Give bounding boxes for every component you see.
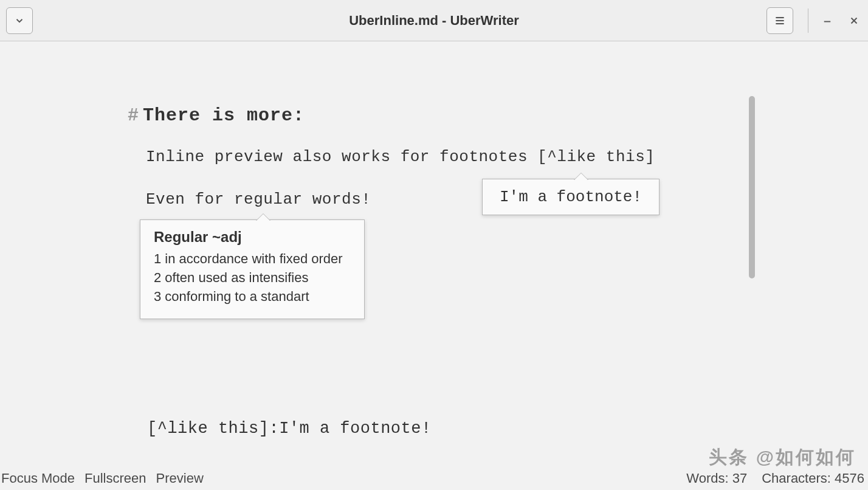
chars-label: Characters: [762,471,831,486]
dropdown-button[interactable] [6,7,33,34]
words-value: 37 [732,471,747,486]
heading-text: There is more: [143,105,305,126]
footnote-popup: I'm a footnote! [482,179,660,215]
char-count: Characters: 4576 [762,471,864,486]
close-button[interactable] [846,13,862,29]
fullscreen-button[interactable]: Fullscreen [84,471,146,486]
definition-item: 1 in accordance with fixed order [154,251,351,267]
chevron-down-icon [14,15,25,26]
status-left: Focus Mode Fullscreen Preview [1,471,204,486]
scrollbar[interactable] [749,96,755,278]
footnote-popup-text: I'm a footnote! [500,188,642,206]
minimize-button[interactable] [819,13,835,29]
statusbar: Focus Mode Fullscreen Preview Words: 37 … [0,467,868,490]
definition-item: 3 conforming to a standart [154,289,351,305]
menu-button[interactable] [766,7,793,34]
hamburger-icon [774,15,786,27]
heading-line[interactable]: #There is more: [128,105,675,126]
editor-area[interactable]: #There is more: Inline preview also work… [0,41,868,490]
words-label: Words: [686,471,728,486]
definition-title: Regular ~adj [154,229,351,246]
word-count: Words: 37 [686,471,747,486]
titlebar-right [766,7,862,34]
focus-mode-button[interactable]: Focus Mode [1,471,75,486]
window-title: UberInline.md - UberWriter [0,13,868,29]
status-right: Words: 37 Characters: 4576 [686,471,864,486]
definition-item: 2 often used as intensifies [154,270,351,286]
definition-popup: Regular ~adj 1 in accordance with fixed … [140,219,365,319]
heading-marker: # [128,105,139,126]
body-line-1[interactable]: Inline preview also works for footnotes … [128,148,675,166]
minimize-icon [822,15,833,26]
watermark: 头条 @如何如何 [709,445,856,470]
preview-button[interactable]: Preview [156,471,204,486]
titlebar: UberInline.md - UberWriter [0,0,868,41]
chars-value: 4576 [835,471,864,486]
footnote-definition[interactable]: [^like this]:I'm a footnote! [147,419,432,438]
close-icon [849,15,859,26]
divider [808,9,808,33]
